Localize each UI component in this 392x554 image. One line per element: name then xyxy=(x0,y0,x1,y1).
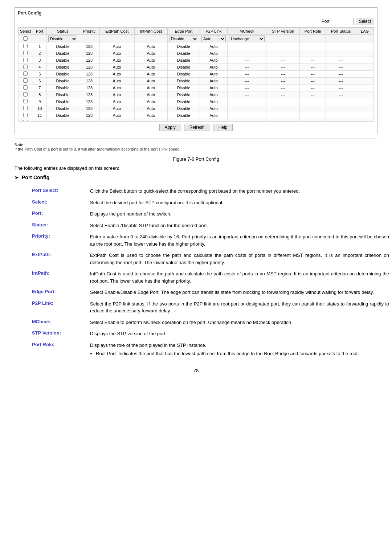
cell-stpversion: --- xyxy=(266,91,300,98)
cell-priority: 128 xyxy=(79,57,99,64)
cell-lag xyxy=(356,119,374,122)
filter-mcheck-cell[interactable]: Unchange Enable xyxy=(227,35,266,43)
refresh-button[interactable]: Refresh xyxy=(184,124,210,131)
def-term: Select: xyxy=(29,197,87,209)
help-button[interactable]: Help xyxy=(213,124,233,131)
cell-intpath: Auto xyxy=(134,43,167,50)
cell-extpath: Auto xyxy=(99,105,134,112)
col-priority: Priority xyxy=(79,28,99,35)
def-desc: Select the desired port for STP configur… xyxy=(87,197,392,209)
cell-p2plink: Auto xyxy=(200,105,227,112)
cell-status: Disable xyxy=(46,105,79,112)
cell-lag xyxy=(356,43,374,50)
cell-p2plink: Auto xyxy=(200,91,227,98)
select-button[interactable]: Select xyxy=(356,18,374,25)
filter-p2plink-cell[interactable]: Auto True False xyxy=(200,35,227,43)
cell-extpath: Auto xyxy=(99,98,134,105)
col-intpath: IntPath Cost xyxy=(134,28,167,35)
filter-row: Disable Enable Disable Enable xyxy=(19,35,374,43)
def-desc-text: Select Enable/Disable Edge Port. The edg… xyxy=(90,290,374,295)
def-term: Status: xyxy=(29,220,87,231)
cell-status: Disable xyxy=(46,57,79,64)
filter-status-select[interactable]: Disable Enable xyxy=(48,36,77,42)
filter-select-checkbox-cell xyxy=(19,35,33,43)
row-checkbox-cell xyxy=(19,105,33,112)
row-checkbox-cell xyxy=(19,43,33,50)
cell-port: 9 xyxy=(33,98,46,105)
table-header-row: Select Port Status Priority ExtPath Cost… xyxy=(19,28,374,35)
row-checkbox-cell xyxy=(19,78,33,85)
row-checkbox[interactable] xyxy=(23,106,28,110)
cell-status: Disable xyxy=(46,112,79,119)
row-checkbox[interactable] xyxy=(23,92,28,97)
filter-edgeport-select[interactable]: Disable Enable xyxy=(169,36,198,42)
definition-row: Status: Select Enable /Disable STP funct… xyxy=(29,220,392,231)
table-row: 2 Disable 128 Auto Auto Disable Auto ---… xyxy=(19,50,374,57)
table-row: 11 Disable 128 Auto Auto Disable Auto --… xyxy=(19,112,374,119)
row-checkbox[interactable] xyxy=(23,113,28,117)
select-all-checkbox[interactable] xyxy=(23,36,28,41)
cell-mcheck: --- xyxy=(227,98,266,105)
cell-port: 10 xyxy=(33,105,46,112)
filter-extpath-cell xyxy=(99,35,134,43)
def-term: STP Version: xyxy=(29,328,87,340)
cell-edgeport: Disable xyxy=(167,71,200,78)
def-desc-text: IntPath Cost is used to choose the path … xyxy=(90,271,389,284)
cell-stpversion: --- xyxy=(266,98,300,105)
filter-p2plink-select[interactable]: Auto True False xyxy=(201,36,226,42)
def-desc-text: Select the P2P link status. If the two p… xyxy=(90,301,389,314)
filter-status-cell[interactable]: Disable Enable xyxy=(46,35,79,43)
row-checkbox[interactable] xyxy=(23,58,28,62)
definition-row: Edge Port: Select Enable/Disable Edge Po… xyxy=(29,287,392,298)
filter-mcheck-select[interactable]: Unchange Enable xyxy=(229,36,265,42)
cell-portstatus: --- xyxy=(326,57,356,64)
row-checkbox[interactable] xyxy=(23,51,28,55)
row-checkbox[interactable] xyxy=(23,85,28,90)
row-checkbox[interactable] xyxy=(23,44,28,48)
apply-button[interactable]: Apply xyxy=(159,124,181,131)
port-select-label: Port xyxy=(322,19,330,24)
row-checkbox[interactable] xyxy=(23,78,28,83)
table-divider xyxy=(15,139,377,139)
cell-portstatus: --- xyxy=(326,98,356,105)
row-checkbox[interactable] xyxy=(23,65,28,69)
def-desc: ExtPath Cost is used to choose the path … xyxy=(87,250,392,268)
table-row: 4 Disable 128 Auto Auto Disable Auto ---… xyxy=(19,64,374,71)
col-edgeport: Edge Port xyxy=(167,28,200,35)
cell-intpath: Auto xyxy=(134,112,167,119)
col-mcheck: MCheck xyxy=(227,28,266,35)
col-portstatus: Port Status xyxy=(326,28,356,35)
row-checkbox[interactable] xyxy=(23,71,28,76)
port-table-wrapper: Select Port Status Priority ExtPath Cost… xyxy=(18,27,374,122)
cell-intpath: Auto xyxy=(134,57,167,64)
cell-stpversion: --- xyxy=(266,64,300,71)
cell-mcheck: --- xyxy=(227,71,266,78)
cell-stpversion: --- xyxy=(266,119,300,122)
cell-stpversion: --- xyxy=(266,105,300,112)
note-section: Note: If the Path Cost of a port is set … xyxy=(15,143,377,151)
row-checkbox[interactable] xyxy=(23,120,28,122)
cell-extpath: Auto xyxy=(99,119,134,122)
description-text: The following entries are displayed on t… xyxy=(15,165,377,171)
def-desc-text: Displays the STP version of the port. xyxy=(90,331,167,336)
definition-row: ExtPath: ExtPath Cost is used to choose … xyxy=(29,250,392,268)
cell-edgeport: Disable xyxy=(167,43,200,50)
cell-p2plink: Auto xyxy=(200,50,227,57)
def-desc-text: Enter a value from 0 to 240 divisible by… xyxy=(90,234,389,247)
row-checkbox[interactable] xyxy=(23,99,28,103)
def-desc: Select Enable/Disable Edge Port. The edg… xyxy=(87,287,392,298)
cell-p2plink: Auto xyxy=(200,71,227,78)
cell-priority: 128 xyxy=(79,64,99,71)
def-term: IntPath: xyxy=(29,268,87,287)
row-checkbox-cell xyxy=(19,119,33,122)
cell-stpversion: --- xyxy=(266,57,300,64)
cell-portrole: --- xyxy=(300,112,326,119)
cell-mcheck: --- xyxy=(227,119,266,122)
cell-portstatus: --- xyxy=(326,112,356,119)
action-row: Apply Refresh Help xyxy=(18,124,374,131)
cell-mcheck: --- xyxy=(227,50,266,57)
port-select-input[interactable] xyxy=(332,18,354,25)
filter-edgeport-cell[interactable]: Disable Enable xyxy=(167,35,200,43)
def-term: MCheck: xyxy=(29,317,87,328)
cell-port: 11 xyxy=(33,112,46,119)
